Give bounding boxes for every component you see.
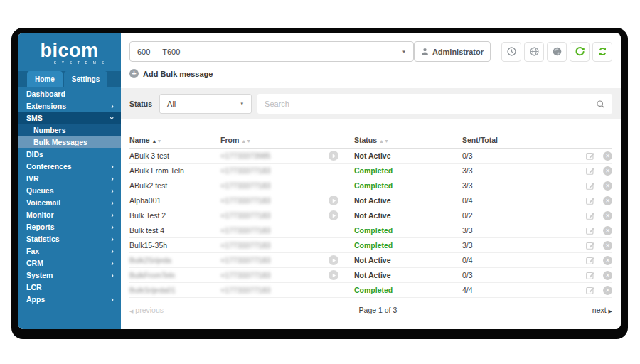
delete-icon[interactable]: ✕ — [603, 271, 612, 280]
row-sent-total: 0/3 — [462, 271, 568, 279]
play-icon[interactable] — [329, 270, 338, 280]
sidebar-item-dids[interactable]: DIDs — [18, 148, 121, 160]
sidebar-item-sms[interactable]: SMS › — [18, 112, 121, 124]
sidebar-item-lcr[interactable]: LCR — [18, 281, 121, 293]
delete-icon[interactable]: ✕ — [603, 256, 612, 265]
column-header-status[interactable]: Status▲▼ — [354, 136, 462, 144]
row-from: +17733377183 — [220, 270, 354, 280]
next-page-button[interactable]: next ▶ — [592, 306, 612, 314]
sidebar-nav: Dashboard Extensions › SMS › Numbers Bul… — [18, 87, 121, 305]
sidebar-item-queues[interactable]: Queues › — [18, 184, 121, 196]
add-bulk-message-button[interactable]: + Add Bulk message — [129, 69, 612, 78]
add-bulk-message-label: Add Bulk message — [143, 70, 213, 78]
row-actions: ✕ — [568, 196, 612, 205]
extension-select[interactable]: 600 — T600 ▼ — [129, 41, 414, 62]
tab-home[interactable]: Home — [27, 71, 63, 87]
logo-text: bicom — [18, 41, 121, 60]
row-from-number: +17733377183 — [220, 256, 270, 264]
delete-icon[interactable]: ✕ — [603, 286, 612, 295]
delete-icon[interactable]: ✕ — [603, 181, 612, 191]
sidebar-item-label: DIDs — [26, 150, 43, 159]
delete-icon[interactable]: ✕ — [603, 166, 612, 176]
row-from-number: +17733377183 — [220, 181, 270, 190]
status-filter-select[interactable]: All ▼ — [159, 94, 252, 114]
sidebar-item-system[interactable]: System › — [18, 269, 121, 281]
sidebar-item-label: Monitor — [26, 210, 54, 219]
row-name: Bulk test 4 — [129, 226, 220, 235]
delete-icon[interactable]: ✕ — [603, 196, 612, 205]
clock-icon[interactable] — [501, 42, 521, 62]
main-content: 600 — T600 ▼ Administrator — [121, 33, 621, 329]
chevron-right-icon: › — [111, 296, 114, 303]
edit-icon[interactable] — [585, 270, 595, 280]
row-actions: ✕ — [568, 225, 612, 235]
play-icon[interactable] — [329, 151, 338, 161]
refresh-icon[interactable] — [570, 42, 590, 62]
sidebar-item-conferences[interactable]: Conferences › — [18, 160, 121, 172]
edit-icon[interactable] — [585, 225, 595, 235]
edit-icon[interactable] — [585, 166, 595, 176]
bulk-messages-table: Name▲▼ From▲▼ Status▲▼ Sent/Total ABulk … — [129, 132, 612, 298]
sidebar-item-numbers[interactable]: Numbers — [18, 124, 121, 136]
row-sent-total: 3/3 — [462, 166, 568, 175]
sidebar-item-label: Bulk Messages — [33, 138, 87, 146]
row-sent-total: 3/3 — [462, 181, 568, 190]
row-from: +17733377183 — [220, 181, 354, 191]
sidebar-item-fax[interactable]: Fax › — [18, 245, 121, 257]
edit-icon[interactable] — [585, 255, 595, 265]
play-icon[interactable] — [329, 255, 338, 265]
tab-settings[interactable]: Settings — [64, 71, 107, 87]
sidebar-item-voicemail[interactable]: Voicemail › — [18, 196, 121, 208]
row-from-number: +17733377183 — [220, 196, 270, 205]
toolbar-icon-group — [501, 42, 612, 62]
edit-icon[interactable] — [585, 151, 595, 161]
globe-grid-icon[interactable] — [524, 42, 544, 62]
extension-select-value: 600 — T600 — [137, 48, 180, 56]
row-from: +17733377183 — [220, 196, 354, 205]
globe-icon[interactable] — [547, 42, 567, 62]
sidebar-item-ivr[interactable]: IVR › — [18, 172, 121, 184]
sidebar-item-statistics[interactable]: Statistics › — [18, 232, 121, 245]
row-from: +17733377183 — [220, 166, 354, 176]
page-info: Page 1 of 3 — [164, 306, 592, 314]
sync-icon[interactable] — [592, 42, 612, 62]
row-from-number: +17733377183 — [220, 241, 270, 250]
sidebar-item-label: Extensions — [26, 102, 66, 110]
row-from-number: +17733377183 — [220, 286, 270, 294]
sidebar-item-reports[interactable]: Reports › — [18, 220, 121, 232]
sidebar-item-monitor[interactable]: Monitor › — [18, 208, 121, 220]
sidebar-item-extensions[interactable]: Extensions › — [18, 100, 121, 112]
delete-icon[interactable]: ✕ — [603, 211, 612, 220]
column-header-from[interactable]: From▲▼ — [220, 136, 354, 144]
edit-icon[interactable] — [585, 240, 595, 250]
delete-icon[interactable]: ✕ — [603, 226, 612, 235]
previous-page-button[interactable]: ◀ previous — [129, 306, 164, 314]
search-input[interactable] — [265, 100, 596, 108]
sidebar-item-label: Conferences — [26, 162, 72, 171]
row-sent-total: 0/3 — [462, 151, 568, 160]
table-row: ABulk From Teln +17733377183 Completed 3… — [129, 164, 612, 178]
sidebar-item-dashboard[interactable]: Dashboard — [18, 87, 121, 100]
sidebar-item-apps[interactable]: Apps › — [18, 293, 121, 305]
delete-icon[interactable]: ✕ — [603, 241, 612, 250]
edit-icon[interactable] — [585, 210, 595, 220]
column-header-name[interactable]: Name▲▼ — [129, 136, 220, 144]
edit-icon[interactable] — [585, 285, 595, 295]
row-from: +17733377183 — [220, 240, 354, 250]
play-icon[interactable] — [329, 196, 338, 205]
edit-icon[interactable] — [585, 181, 595, 191]
administrator-button[interactable]: Administrator — [414, 41, 491, 62]
status-filter-value: All — [167, 100, 176, 108]
play-icon[interactable] — [329, 210, 338, 220]
chevron-right-icon: › — [111, 247, 114, 255]
delete-icon[interactable]: ✕ — [603, 151, 612, 161]
sidebar-item-bulk-messages[interactable]: Bulk Messages — [18, 136, 121, 148]
chevron-right-icon: › — [111, 187, 114, 194]
sidebar-item-label: System — [26, 271, 53, 279]
sidebar-item-crm[interactable]: CRM › — [18, 257, 121, 269]
edit-icon[interactable] — [585, 196, 595, 205]
row-actions: ✕ — [568, 285, 612, 295]
row-name: ABulk2 test — [129, 181, 220, 190]
row-actions: ✕ — [568, 151, 612, 161]
row-from-number: +17733377183 — [220, 211, 270, 220]
